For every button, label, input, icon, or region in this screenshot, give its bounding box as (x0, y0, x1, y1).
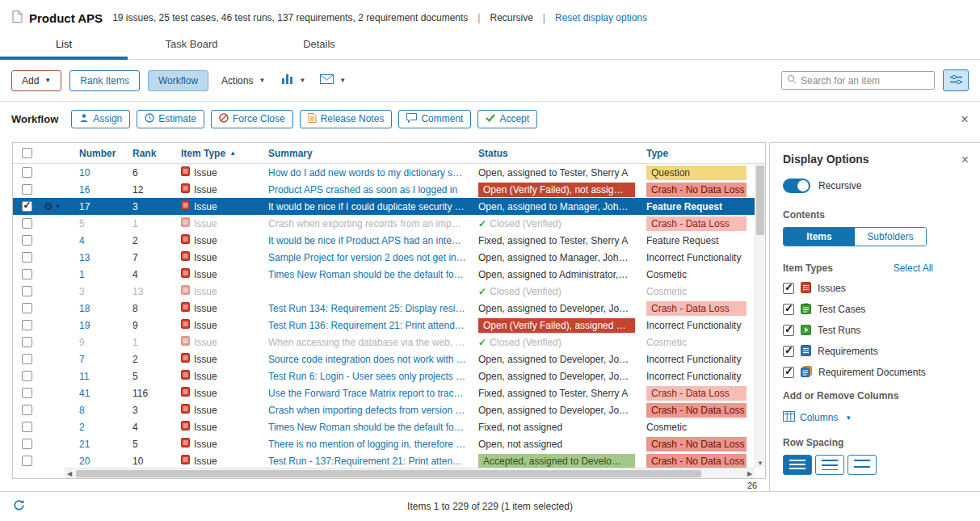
estimate-button[interactable]: Estimate (137, 110, 204, 128)
row-number-link[interactable]: 17 (79, 201, 126, 212)
row-spacing-relaxed-button[interactable] (848, 455, 877, 475)
row-checkbox[interactable] (22, 405, 32, 415)
row-number-link[interactable]: 8 (79, 405, 126, 416)
release-notes-button[interactable]: Release Notes (300, 110, 393, 128)
row-checkbox[interactable] (22, 218, 32, 229)
row-checkbox[interactable] (22, 337, 32, 347)
table-row[interactable]: ⚙▾ 20 10 Issue Test Run - 137:Requiremen… (13, 452, 765, 469)
row-number-link[interactable]: 11 (79, 371, 126, 382)
select-all-checkbox[interactable] (22, 148, 32, 158)
table-row[interactable]: ⚙▾ 3 13 Issue ✓Closed (Verified) Cosmeti… (13, 283, 765, 300)
row-summary-link[interactable]: Test Run - 137:Requirement 21: Print att… (268, 456, 473, 467)
recursive-toggle[interactable] (783, 179, 810, 193)
vertical-scrollbar[interactable]: ▼ (755, 164, 765, 468)
row-summary-link[interactable]: Product APS crashed as soon as I logged … (268, 184, 473, 195)
row-number-link[interactable]: 20 (79, 456, 126, 467)
row-number-link[interactable]: 19 (79, 320, 126, 331)
row-summary-link[interactable]: It would be nice if Product APS had an i… (268, 235, 473, 246)
table-row[interactable]: ⚙▾ 8 3 Issue Crash when importing defect… (13, 401, 765, 418)
column-header-number[interactable]: Number (73, 148, 126, 159)
row-number-link[interactable]: 21 (79, 439, 126, 450)
table-row[interactable]: ⚙▾ 16 12 Issue Product APS crashed as so… (13, 181, 765, 198)
row-checkbox[interactable] (22, 269, 32, 279)
row-number-link[interactable]: 16 (79, 184, 126, 195)
scroll-left-arrow-icon[interactable]: ◀ (65, 470, 74, 477)
columns-button[interactable]: Columns ▼ (783, 411, 852, 424)
column-header-type[interactable]: Type (641, 148, 753, 159)
charts-menu-button[interactable]: ▼ (278, 70, 309, 91)
row-checkbox[interactable] (22, 201, 32, 212)
table-row[interactable]: ⚙▾ 7 2 Issue Source code integration doe… (13, 351, 765, 368)
table-row[interactable]: ⚙▾ 9 1 Issue When accessing the database… (13, 334, 765, 351)
row-checkbox[interactable] (22, 388, 32, 398)
horizontal-scrollbar-thumb[interactable] (76, 470, 701, 477)
column-header-estimate[interactable]: Es (753, 148, 758, 159)
row-summary-link[interactable]: There is no mention of logging in, there… (268, 439, 473, 450)
table-row[interactable]: ⚙▾ 1 4 Issue Times New Roman should be t… (13, 266, 765, 283)
row-checkbox[interactable] (22, 354, 32, 364)
row-number-link[interactable]: 5 (79, 218, 126, 229)
row-spacing-medium-button[interactable] (815, 455, 844, 475)
row-checkbox[interactable] (22, 252, 32, 263)
row-number-link[interactable]: 13 (79, 252, 126, 263)
row-checkbox[interactable] (22, 422, 32, 432)
row-checkbox[interactable] (22, 167, 32, 178)
row-checkbox[interactable] (22, 371, 32, 381)
row-summary-link[interactable]: Crash when importing defects from versio… (268, 405, 473, 416)
row-number-link[interactable]: 4 (79, 235, 126, 246)
column-header-rank[interactable]: Rank (126, 148, 178, 159)
table-row[interactable]: ⚙▾ 13 7 Issue Sample Project for version… (13, 249, 765, 266)
add-button[interactable]: Add▼ (11, 70, 61, 91)
test-runs-checkbox[interactable] (783, 325, 794, 336)
row-summary-link[interactable]: Use the Forward Trace Matrix report to t… (268, 388, 473, 399)
row-checkbox[interactable] (22, 286, 32, 296)
row-summary-link[interactable]: How do I add new words to my dictionary … (268, 167, 473, 179)
email-menu-button[interactable]: ▼ (317, 70, 349, 91)
row-summary-link[interactable]: It would be nice if I could duplicate se… (268, 201, 473, 212)
row-spacing-compact-button[interactable] (783, 455, 812, 475)
table-row[interactable]: ⚙▾ 17 3 Issue It would be nice if I coul… (13, 198, 765, 215)
table-row[interactable]: ⚙▾ 10 6 Issue How do I add new words to … (13, 164, 765, 181)
row-number-link[interactable]: 18 (79, 303, 126, 314)
search-input[interactable] (801, 75, 929, 86)
tab-task-board[interactable]: Task Board (128, 29, 255, 59)
reset-display-options-link[interactable]: Reset display options (555, 12, 647, 23)
assign-button[interactable]: Assign (71, 110, 130, 128)
workflow-button[interactable]: Workflow (148, 70, 208, 91)
row-summary-link[interactable]: Times New Roman should be the default fo… (268, 269, 473, 280)
select-all-link[interactable]: Select All (894, 263, 933, 274)
table-row[interactable]: ⚙▾ 4 2 Issue It would be nice if Product… (13, 232, 765, 249)
table-row[interactable]: ⚙▾ 21 5 Issue There is no mention of log… (13, 435, 765, 452)
requirements-checkbox[interactable] (783, 346, 794, 357)
table-row[interactable]: ⚙▾ 2 4 Issue Times New Roman should be t… (13, 418, 765, 435)
column-header-summary[interactable]: Summary (262, 148, 473, 159)
workflow-bar-close-icon[interactable]: × (961, 112, 969, 126)
row-checkbox[interactable] (22, 184, 32, 195)
row-summary-link[interactable]: Test Run 6: Login - User sees only proje… (268, 371, 473, 382)
row-checkbox[interactable] (22, 235, 32, 246)
force-close-button[interactable]: Force Close (211, 110, 293, 128)
row-checkbox[interactable] (22, 456, 32, 466)
actions-menu-button[interactable]: Actions▼ (217, 70, 270, 91)
scroll-right-arrow-icon[interactable]: ▶ (745, 470, 755, 477)
row-summary-link[interactable]: Test Run 134: Requirement 25: Display re… (268, 303, 473, 314)
row-number-link[interactable]: 2 (79, 422, 126, 433)
row-gear-icon[interactable]: ⚙▾ (44, 200, 60, 212)
issues-checkbox[interactable] (783, 283, 794, 294)
refresh-button[interactable] (13, 499, 25, 514)
horizontal-scrollbar[interactable]: ◀ ▶ (65, 468, 755, 478)
row-summary-link[interactable]: Test Run 136: Requirement 21: Print atte… (268, 320, 473, 331)
row-summary-link[interactable]: Source code integration does not work wi… (268, 354, 473, 365)
row-summary-link[interactable]: Sample Project for version 2 does not ge… (268, 252, 473, 263)
row-checkbox[interactable] (22, 303, 32, 313)
vertical-scrollbar-thumb[interactable] (756, 166, 764, 235)
column-header-item-type[interactable]: Item Type ▲ (178, 148, 262, 159)
panel-close-icon[interactable]: × (961, 153, 969, 167)
tab-list[interactable]: List (0, 29, 128, 59)
row-number-link[interactable]: 3 (79, 286, 126, 297)
items-segment-button[interactable]: Items (784, 228, 855, 246)
display-options-toggle-button[interactable] (943, 69, 969, 91)
row-number-link[interactable]: 1 (79, 269, 126, 280)
column-header-status[interactable]: Status (473, 148, 641, 159)
row-checkbox[interactable] (22, 439, 32, 449)
